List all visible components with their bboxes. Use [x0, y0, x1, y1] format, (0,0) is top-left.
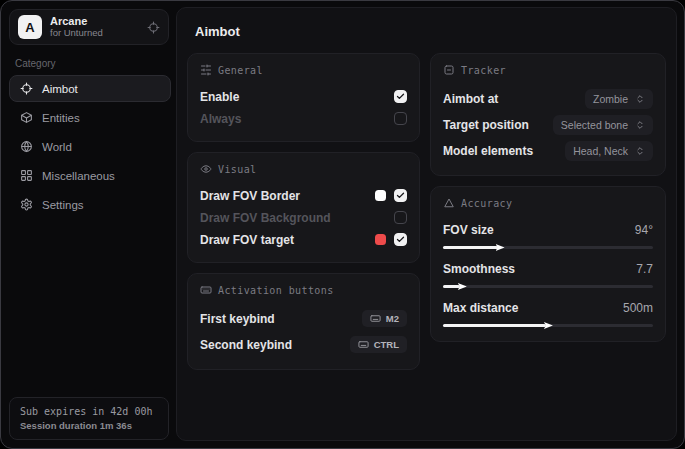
target-position-dropdown[interactable]: Selected bone [553, 115, 653, 135]
row-label: Aimbot at [443, 92, 498, 106]
row-label: First keybind [200, 312, 275, 326]
setting-row-fov-border[interactable]: Draw FOV Border [200, 185, 407, 206]
aimbot-at-dropdown[interactable]: Zombie [585, 89, 653, 109]
row-label: Second keybind [200, 338, 292, 352]
row-label: Max distance [443, 301, 518, 315]
tracker-card: Tracker Aimbot at Zombie Target position [430, 53, 666, 176]
activation-header: Activation buttons [200, 284, 407, 296]
setting-row-second-keybind: Second keybind CTRL [200, 332, 407, 357]
section-title: Activation buttons [218, 285, 334, 296]
enable-checkbox[interactable] [394, 90, 407, 103]
target-icon[interactable] [147, 21, 160, 34]
sidebar-item-entities[interactable]: Entities [9, 104, 171, 131]
section-title: Visual [218, 164, 257, 175]
keyboard-icon [370, 313, 381, 324]
setting-row-fov-background[interactable]: Draw FOV Background [200, 207, 407, 228]
fov-background-checkbox[interactable] [394, 211, 407, 224]
brand-name: Arcane [50, 15, 103, 28]
chevrons-up-down-icon [635, 146, 645, 156]
cube-icon [20, 111, 33, 124]
brand-card: A Arcane for Unturned [9, 9, 169, 45]
accuracy-card: Accuracy FOV size 94° [430, 186, 666, 342]
section-title: General [218, 65, 263, 76]
gear-icon [20, 198, 33, 211]
row-label: Draw FOV Border [200, 189, 300, 203]
row-label: FOV size [443, 223, 494, 237]
general-header: General [200, 64, 407, 76]
fov-size-slider[interactable] [443, 246, 653, 249]
tracker-header: Tracker [443, 64, 653, 76]
subscription-status-box: Sub expires in 42d 00h Session duration … [9, 397, 169, 440]
row-label: Enable [200, 90, 239, 104]
color-swatch[interactable] [375, 190, 386, 201]
setting-row-model-elements: Model elements Head, Neck [443, 138, 653, 163]
dropdown-value: Selected bone [561, 119, 628, 131]
sub-expiry-text: Sub expires in 42d 00h [20, 406, 158, 417]
row-label: Draw FOV Background [200, 211, 331, 225]
general-card: General Enable Always [187, 53, 420, 142]
fov-border-checkbox[interactable] [394, 189, 407, 202]
dropdown-value: Head, Neck [573, 145, 628, 157]
accuracy-header: Accuracy [443, 197, 653, 209]
row-label: Always [200, 112, 241, 126]
sidebar: A Arcane for Unturned Category Aimbot En… [1, 1, 176, 448]
setting-row-first-keybind: First keybind M2 [200, 306, 407, 331]
page-title: Aimbot [195, 24, 666, 39]
sidebar-item-label: Settings [42, 199, 84, 211]
slider-thumb[interactable] [496, 243, 505, 252]
keyboard-icon [358, 339, 369, 350]
slider-label-row: Smoothness 7.7 [443, 258, 653, 279]
max-distance-value: 500m [623, 301, 653, 315]
eye-icon [200, 163, 212, 175]
sidebar-item-aimbot[interactable]: Aimbot [9, 75, 171, 102]
sliders-icon [200, 64, 212, 76]
setting-row-fov-target[interactable]: Draw FOV target [200, 229, 407, 250]
max-distance-group: Max distance 500m [443, 297, 653, 327]
sidebar-item-label: Entities [42, 112, 80, 124]
second-keybind-button[interactable]: CTRL [350, 336, 407, 353]
setting-row-always[interactable]: Always [200, 108, 407, 129]
model-elements-dropdown[interactable]: Head, Neck [565, 141, 653, 161]
slider-label-row: Max distance 500m [443, 297, 653, 318]
always-checkbox[interactable] [394, 112, 407, 125]
slider-fill [443, 246, 498, 249]
sidebar-item-label: Miscellaneous [42, 170, 115, 182]
visual-header: Visual [200, 163, 407, 175]
smoothness-group: Smoothness 7.7 [443, 258, 653, 288]
color-swatch[interactable] [375, 234, 386, 245]
smoothness-slider[interactable] [443, 285, 653, 288]
crosshair-icon [20, 82, 33, 95]
brand-logo: A [18, 15, 42, 39]
section-title: Accuracy [461, 198, 512, 209]
row-label: Draw FOV target [200, 233, 294, 247]
check-icon [396, 235, 405, 244]
left-column: General Enable Always [187, 53, 420, 370]
slider-thumb[interactable] [544, 321, 553, 330]
row-label: Model elements [443, 144, 533, 158]
check-icon [396, 191, 405, 200]
sidebar-item-settings[interactable]: Settings [9, 191, 171, 218]
slider-fill [443, 285, 460, 288]
first-keybind-button[interactable]: M2 [362, 310, 407, 327]
row-label: Target position [443, 118, 529, 132]
sidebar-item-world[interactable]: World [9, 133, 171, 160]
keybind-value: CTRL [374, 339, 399, 350]
sidebar-item-label: World [42, 141, 72, 153]
check-icon [396, 92, 405, 101]
brand-subtitle: for Unturned [50, 28, 103, 39]
slider-thumb[interactable] [458, 282, 467, 291]
setting-row-aimbot-at: Aimbot at Zombie [443, 86, 653, 111]
sidebar-item-miscellaneous[interactable]: Miscellaneous [9, 162, 171, 189]
setting-row-enable[interactable]: Enable [200, 86, 407, 107]
fov-target-checkbox[interactable] [394, 233, 407, 246]
chevrons-up-down-icon [635, 120, 645, 130]
keyboard-icon [200, 284, 212, 296]
max-distance-slider[interactable] [443, 324, 653, 327]
category-label: Category [15, 58, 162, 69]
minus-square-icon [443, 64, 455, 76]
chevrons-up-down-icon [635, 94, 645, 104]
brand-text: Arcane for Unturned [50, 15, 103, 39]
row-label: Smoothness [443, 262, 515, 276]
triangle-icon [443, 197, 455, 209]
activation-card: Activation buttons First keybind M2 Seco… [187, 273, 420, 370]
